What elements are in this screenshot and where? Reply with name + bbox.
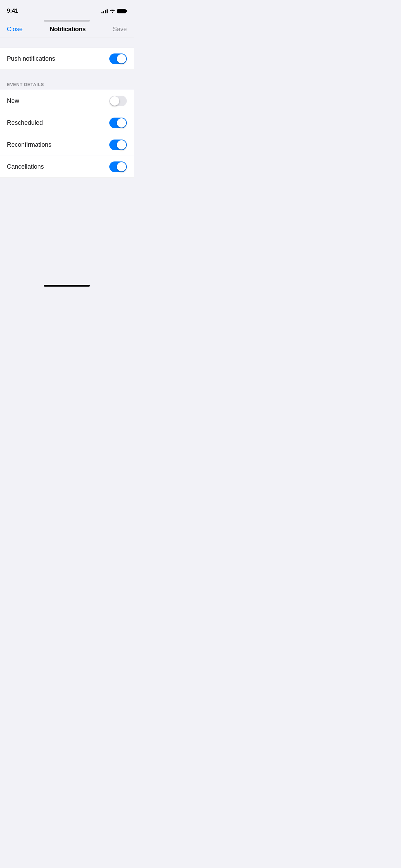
status-time: 9:41 — [7, 8, 18, 14]
new-row: New — [0, 90, 134, 112]
signal-icon — [101, 9, 108, 13]
cancellations-label: Cancellations — [7, 163, 44, 170]
content: Push notifications EVENT DETAILS New — [0, 37, 134, 178]
page-title: Notifications — [50, 26, 86, 33]
cancellations-toggle[interactable] — [109, 161, 127, 172]
nav-bar: Close Notifications Save — [0, 22, 134, 37]
cancellations-row: Cancellations — [0, 156, 134, 178]
rescheduled-label: Rescheduled — [7, 119, 43, 126]
wifi-icon — [110, 9, 115, 13]
push-notifications-label: Push notifications — [7, 55, 55, 62]
event-details-rows: New Rescheduled Reconfirmations — [0, 90, 134, 178]
status-bar: 9:41 — [0, 0, 134, 17]
new-toggle[interactable] — [109, 96, 127, 106]
event-details-section: EVENT DETAILS New Rescheduled — [0, 82, 134, 178]
save-button[interactable]: Save — [113, 26, 127, 33]
close-button[interactable]: Close — [7, 26, 23, 33]
reconfirmations-row: Reconfirmations — [0, 134, 134, 156]
rescheduled-toggle[interactable] — [109, 118, 127, 128]
status-icons — [101, 9, 127, 13]
reconfirmations-toggle[interactable] — [109, 140, 127, 150]
battery-icon — [117, 9, 127, 13]
push-notifications-toggle[interactable] — [109, 53, 127, 64]
event-details-header: EVENT DETAILS — [0, 82, 134, 90]
rescheduled-row: Rescheduled — [0, 112, 134, 134]
reconfirmations-label: Reconfirmations — [7, 141, 51, 148]
home-indicator — [44, 285, 90, 287]
new-label: New — [7, 97, 19, 105]
push-notifications-section: Push notifications — [0, 48, 134, 70]
push-notifications-row: Push notifications — [0, 48, 134, 70]
